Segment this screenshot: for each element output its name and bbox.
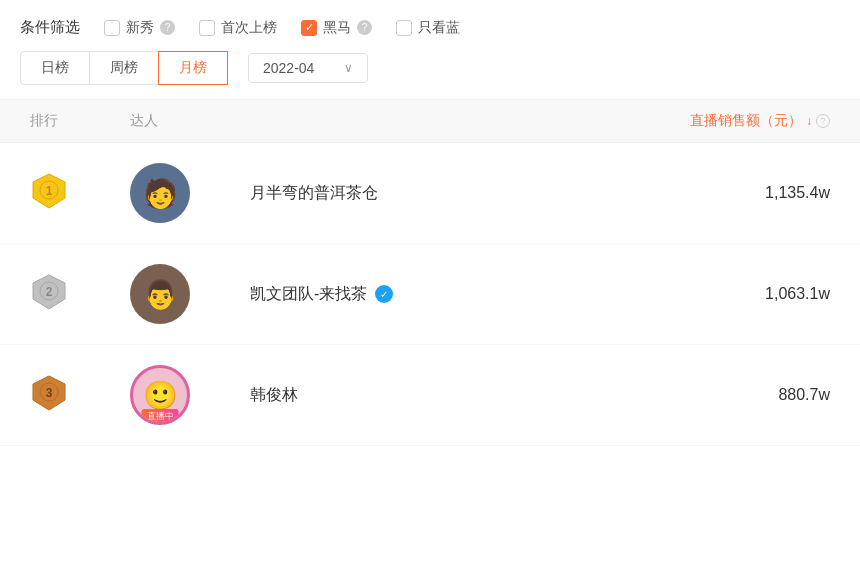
silver-medal-icon: 2 [30, 273, 68, 311]
rank-badge-3: 3 [30, 374, 130, 416]
date-selector[interactable]: 2022-04 ∨ [248, 53, 368, 83]
talent-name-2: 凯文团队-来找茶 [250, 284, 367, 305]
checkbox-new[interactable] [104, 20, 120, 36]
filter-label-only-blue: 只看蓝 [418, 19, 460, 37]
table-row[interactable]: 1 🧑 月半弯的普洱茶仓 1,135.4w [0, 143, 860, 244]
talent-info-1: 月半弯的普洱茶仓 [250, 183, 610, 204]
filter-label-new: 新秀 [126, 19, 154, 37]
sales-2: 1,063.1w [610, 285, 830, 303]
filter-option-only-blue[interactable]: 只看蓝 [396, 19, 460, 37]
avatar-col-3: 🙂 直播中 [130, 365, 250, 425]
tab-group: 日榜 周榜 月榜 2022-04 ∨ [0, 51, 860, 99]
filter-label-dark-horse: 黑马 [323, 19, 351, 37]
tab-weekly[interactable]: 周榜 [89, 51, 159, 85]
talent-info-2: 凯文团队-来找茶 [250, 284, 610, 305]
bronze-medal-icon: 3 [30, 374, 68, 412]
filter-title: 条件筛选 [20, 18, 80, 37]
rank-badge-1: 1 [30, 172, 130, 214]
sales-3: 880.7w [610, 386, 830, 404]
help-icon-sales[interactable]: ? [816, 114, 830, 128]
avatar-1: 🧑 [130, 163, 190, 223]
col-talent-header: 达人 [130, 112, 610, 130]
filter-option-new[interactable]: 新秀 ? [104, 19, 175, 37]
chevron-down-icon: ∨ [344, 61, 353, 75]
filter-label-first: 首次上榜 [221, 19, 277, 37]
avatar-2: 👨 [130, 264, 190, 324]
filter-option-dark-horse[interactable]: 黑马 ? [301, 19, 372, 37]
avatar-3: 🙂 直播中 [130, 365, 190, 425]
sales-1: 1,135.4w [610, 184, 830, 202]
talent-info-3: 韩俊林 [250, 385, 610, 406]
talent-name-1: 月半弯的普洱茶仓 [250, 183, 378, 204]
talent-name-3: 韩俊林 [250, 385, 298, 406]
date-value: 2022-04 [263, 60, 314, 76]
svg-text:1: 1 [46, 184, 53, 198]
gold-medal-icon: 1 [30, 172, 68, 210]
sort-icon[interactable]: ↓ [806, 114, 812, 128]
filter-bar: 条件筛选 新秀 ? 首次上榜 黑马 ? 只看蓝 [0, 0, 860, 51]
avatar-col-2: 👨 [130, 264, 250, 324]
col-sales-label: 直播销售额（元） [690, 112, 802, 130]
checkbox-first[interactable] [199, 20, 215, 36]
help-icon-dark-horse[interactable]: ? [357, 20, 372, 35]
checkbox-only-blue[interactable] [396, 20, 412, 36]
table-header: 排行 达人 直播销售额（元） ↓ ? [0, 99, 860, 143]
help-icon-new[interactable]: ? [160, 20, 175, 35]
svg-text:3: 3 [46, 386, 53, 400]
table-row[interactable]: 3 🙂 直播中 韩俊林 880.7w [0, 345, 860, 446]
filter-option-first[interactable]: 首次上榜 [199, 19, 277, 37]
live-badge: 直播中 [142, 409, 179, 424]
col-rank-header: 排行 [30, 112, 130, 130]
avatar-col-1: 🧑 [130, 163, 250, 223]
rank-badge-2: 2 [30, 273, 130, 315]
table-row[interactable]: 2 👨 凯文团队-来找茶 1,063.1w [0, 244, 860, 345]
checkbox-dark-horse[interactable] [301, 20, 317, 36]
svg-text:2: 2 [46, 285, 53, 299]
tab-monthly[interactable]: 月榜 [158, 51, 228, 85]
col-sales-header[interactable]: 直播销售额（元） ↓ ? [610, 112, 830, 130]
tab-daily[interactable]: 日榜 [20, 51, 90, 85]
verified-icon-2 [375, 285, 393, 303]
